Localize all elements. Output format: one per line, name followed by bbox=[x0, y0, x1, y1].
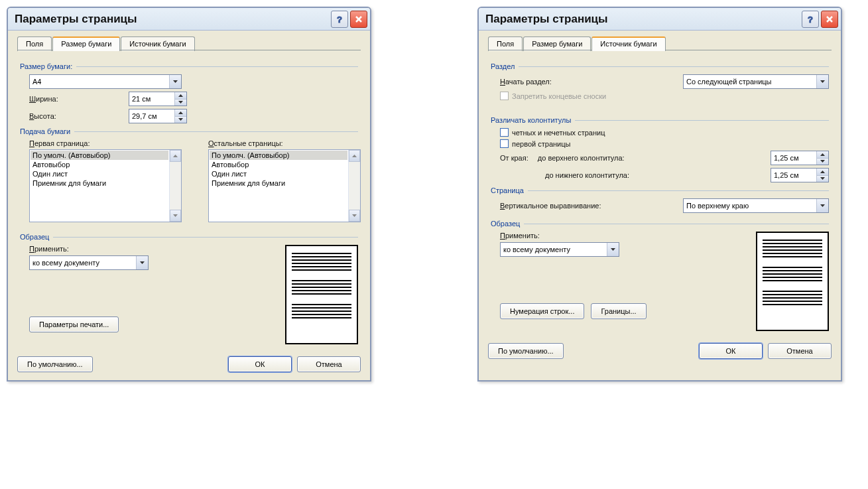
width-value: 21 см bbox=[129, 92, 174, 105]
height-label: Высота: bbox=[29, 112, 129, 120]
spin-down-icon[interactable] bbox=[175, 100, 186, 106]
dialog-title: Параметры страницы bbox=[15, 13, 137, 26]
list-item[interactable]: Приемник для бумаги bbox=[31, 178, 168, 188]
odd-even-checkbox[interactable] bbox=[500, 128, 509, 137]
list-item[interactable]: Один лист bbox=[210, 169, 347, 178]
svg-marker-21 bbox=[820, 204, 825, 207]
width-spinner[interactable]: 21 см bbox=[129, 92, 187, 106]
tab-paper-source[interactable]: Источник бумаги bbox=[591, 36, 665, 51]
other-pages-listbox[interactable]: По умолч. (Автовыбор) Автовыбор Один лис… bbox=[208, 149, 361, 222]
apply-select[interactable]: ко всему документу bbox=[500, 242, 619, 257]
odd-even-label: четных и нечетных страниц bbox=[512, 129, 605, 137]
list-item[interactable]: Автовыбор bbox=[31, 160, 168, 169]
spin-up-icon[interactable] bbox=[175, 109, 186, 117]
spin-up-icon[interactable] bbox=[817, 169, 828, 176]
print-options-button[interactable]: Параметры печати... bbox=[29, 316, 119, 332]
spin-down-icon[interactable] bbox=[817, 159, 828, 165]
svg-marker-5 bbox=[178, 101, 183, 104]
header-distance-label: до верхнего колонтитула: bbox=[538, 154, 625, 162]
page-setup-dialog-papersize: Параметры страницы ? Поля Размер бумаги … bbox=[7, 7, 371, 382]
tab-fields[interactable]: Поля bbox=[17, 36, 52, 51]
scrollbar[interactable] bbox=[348, 150, 360, 222]
svg-marker-7 bbox=[178, 118, 183, 121]
spin-down-icon[interactable] bbox=[817, 176, 828, 182]
ok-button[interactable]: ОК bbox=[228, 356, 292, 372]
help-icon[interactable]: ? bbox=[331, 11, 348, 28]
valign-value: По верхнему краю bbox=[686, 202, 749, 210]
list-item[interactable]: По умолч. (Автовыбор) bbox=[210, 151, 347, 160]
feed-group-label: Подача бумаги bbox=[20, 127, 70, 135]
tab-paper-source[interactable]: Источник бумаги bbox=[121, 36, 194, 51]
svg-marker-20 bbox=[820, 177, 825, 180]
page-preview-icon bbox=[756, 232, 829, 331]
chevron-down-icon bbox=[169, 75, 181, 88]
footer-distance-spinner[interactable]: 1,25 см bbox=[771, 168, 829, 182]
tab-row: Поля Размер бумаги Источник бумаги bbox=[8, 31, 370, 50]
apply-select[interactable]: ко всему документу bbox=[29, 255, 149, 270]
start-section-value: Со следующей страницы bbox=[686, 78, 772, 86]
valign-select[interactable]: По верхнему краю bbox=[683, 198, 829, 213]
cancel-button[interactable]: Отмена bbox=[768, 343, 832, 359]
close-icon[interactable] bbox=[821, 11, 838, 28]
close-icon[interactable] bbox=[350, 11, 367, 28]
apply-label: Применить: bbox=[29, 245, 285, 253]
spin-down-icon[interactable] bbox=[175, 117, 186, 123]
chevron-down-icon bbox=[816, 75, 828, 88]
page-preview-icon bbox=[285, 245, 358, 344]
list-item[interactable]: Автовыбор bbox=[210, 160, 347, 169]
other-pages-label: Остальные страницы: bbox=[208, 139, 361, 147]
ok-button[interactable]: ОК bbox=[699, 343, 763, 359]
start-section-select[interactable]: Со следующей страницы bbox=[683, 74, 829, 89]
svg-text:?: ? bbox=[808, 15, 813, 24]
default-button[interactable]: По умолчанию... bbox=[17, 356, 93, 372]
svg-marker-9 bbox=[173, 214, 178, 217]
dialog-footer: По умолчанию... ОК Отмена bbox=[8, 351, 370, 380]
first-page-column: Первая страница: По умолч. (Автовыбор) А… bbox=[29, 139, 182, 222]
spin-up-icon[interactable] bbox=[175, 92, 186, 100]
help-icon[interactable]: ? bbox=[802, 11, 819, 28]
first-page-checkbox[interactable] bbox=[500, 139, 509, 148]
apply-value: ко всему документу bbox=[503, 245, 570, 253]
tab-paper-size[interactable]: Размер бумаги bbox=[52, 36, 120, 51]
start-section-label: Начать раздел: bbox=[500, 78, 552, 86]
section-group-label: Раздел bbox=[491, 62, 515, 70]
cancel-button[interactable]: Отмена bbox=[297, 356, 361, 372]
list-item[interactable]: По умолч. (Автовыбор) bbox=[31, 151, 168, 160]
sample-group: Образец bbox=[491, 220, 829, 228]
line-numbers-button[interactable]: Нумерация строк... bbox=[500, 303, 584, 319]
apply-label: Применить: bbox=[500, 232, 756, 240]
list-item[interactable]: Приемник для бумаги bbox=[210, 178, 347, 188]
dialog-title: Параметры страницы bbox=[485, 13, 608, 26]
page-group-label: Страница bbox=[491, 186, 524, 194]
titlebar: Параметры страницы ? bbox=[479, 8, 841, 31]
page-group: Страница bbox=[491, 186, 829, 194]
list-item[interactable]: Один лист bbox=[31, 169, 168, 178]
scroll-up-icon[interactable] bbox=[349, 150, 360, 162]
spin-up-icon[interactable] bbox=[817, 151, 828, 159]
svg-marker-12 bbox=[140, 261, 145, 264]
paper-size-select[interactable]: A4 bbox=[29, 74, 182, 89]
from-edge-label: От края: bbox=[500, 154, 528, 162]
svg-marker-8 bbox=[173, 155, 178, 157]
headers-group: Различать колонтитулы bbox=[491, 116, 829, 124]
height-spinner[interactable]: 29,7 см bbox=[129, 109, 187, 123]
svg-text:?: ? bbox=[337, 15, 342, 24]
paper-size-value: A4 bbox=[32, 78, 41, 86]
tab-paper-size[interactable]: Размер бумаги bbox=[523, 36, 591, 51]
scrollbar[interactable] bbox=[169, 150, 181, 222]
chevron-down-icon bbox=[816, 199, 828, 212]
svg-marker-22 bbox=[611, 248, 615, 251]
content-area: Раздел Начать раздел: Со следующей стран… bbox=[479, 50, 841, 338]
suppress-endnotes-checkbox bbox=[500, 92, 509, 100]
scroll-up-icon[interactable] bbox=[170, 150, 181, 162]
borders-button[interactable]: Границы... bbox=[591, 303, 646, 319]
apply-value: ко всему документу bbox=[32, 259, 99, 267]
tab-fields[interactable]: Поля bbox=[488, 36, 523, 51]
default-button[interactable]: По умолчанию... bbox=[488, 343, 564, 359]
dialog-footer: По умолчанию... ОК Отмена bbox=[479, 338, 841, 367]
scroll-down-icon[interactable] bbox=[170, 210, 181, 222]
scroll-down-icon[interactable] bbox=[349, 210, 360, 222]
header-distance-spinner[interactable]: 1,25 см bbox=[771, 151, 829, 165]
feed-group: Подача бумаги bbox=[20, 127, 358, 135]
first-page-listbox[interactable]: По умолч. (Автовыбор) Автовыбор Один лис… bbox=[29, 149, 182, 222]
